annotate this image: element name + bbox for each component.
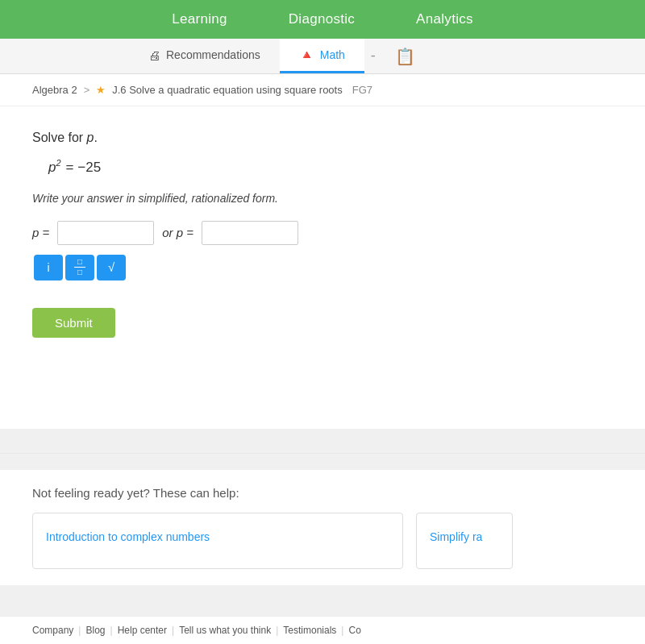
nav-learning[interactable]: Learning: [165, 8, 234, 31]
equation-rest: = −25: [66, 160, 102, 176]
problem-title-var: p: [87, 131, 94, 144]
answer-input-2[interactable]: [202, 221, 298, 245]
problem-title-text: Solve for: [32, 131, 87, 144]
equation-var: p2: [48, 158, 61, 176]
help-cards: Introduction to complex numbers Simplify…: [32, 513, 613, 569]
p-label-1: p =: [32, 226, 49, 239]
help-section: Not feeling ready yet? These can help: I…: [0, 470, 645, 585]
footer-co[interactable]: Co: [348, 625, 360, 636]
nav-diagnostic[interactable]: Diagnostic: [282, 8, 361, 31]
tab-math-label: Math: [320, 48, 345, 61]
footer-company[interactable]: Company: [32, 625, 73, 636]
section-divider: [0, 453, 645, 454]
math-icon: 🔺: [299, 48, 314, 62]
instruction-text: Write your answer in simplified, rationa…: [32, 192, 613, 205]
help-card-1[interactable]: Introduction to complex numbers: [32, 513, 403, 569]
help-title: Not feeling ready yet? These can help:: [32, 486, 613, 500]
submit-button[interactable]: Submit: [32, 308, 115, 338]
sqrt-icon: √: [108, 260, 114, 274]
answer-input-1[interactable]: [57, 221, 154, 245]
recommendations-icon: 🖨: [148, 48, 160, 62]
tab-math[interactable]: 🔺 Math: [280, 39, 364, 73]
breadcrumb: Algebra 2 > ★ J.6 Solve a quadratic equa…: [0, 74, 645, 106]
breadcrumb-root[interactable]: Algebra 2: [32, 84, 77, 96]
help-card-1-link[interactable]: Introduction to complex numbers: [46, 530, 210, 543]
equation-display: p2 = −25: [48, 158, 613, 176]
help-card-2[interactable]: Simplify ra: [416, 513, 513, 569]
imaginary-button[interactable]: i: [34, 255, 63, 280]
footer-help-center[interactable]: Help center: [118, 625, 167, 636]
main-content: Solve for p. p2 = −25 Write your answer …: [0, 106, 645, 429]
p-label-2: or p =: [162, 226, 194, 239]
footer-testimonials[interactable]: Testimonials: [283, 625, 336, 636]
tab-recommendations-label: Recommendations: [166, 48, 260, 61]
tab-extra[interactable]: 📋: [385, 39, 425, 73]
breadcrumb-current: J.6 Solve a quadratic equation using squ…: [112, 84, 342, 96]
tab-bar: 🖨 Recommendations 🔺 Math - 📋: [0, 39, 645, 74]
breadcrumb-code: FG7: [352, 84, 372, 96]
extra-icon: 📋: [395, 47, 415, 66]
sqrt-button[interactable]: √: [97, 255, 126, 280]
top-navigation: Learning Diagnostic Analytics: [0, 0, 645, 39]
problem-title-period: .: [94, 131, 98, 144]
footer-feedback[interactable]: Tell us what you think: [179, 625, 271, 636]
answer-row: p = or p =: [32, 221, 613, 245]
nav-analytics[interactable]: Analytics: [410, 8, 480, 31]
tab-separator: -: [364, 39, 382, 73]
breadcrumb-arrow: >: [84, 84, 90, 96]
tab-recommendations[interactable]: 🖨 Recommendations: [129, 39, 280, 73]
problem-title: Solve for p.: [32, 131, 613, 145]
math-buttons: i □ □ √: [34, 255, 613, 280]
footer: Company | Blog | Help center | Tell us w…: [0, 616, 645, 644]
fraction-button[interactable]: □ □: [65, 255, 94, 280]
fraction-icon: □ □: [74, 258, 85, 276]
footer-blog[interactable]: Blog: [85, 625, 105, 636]
breadcrumb-star: ★: [96, 84, 106, 96]
help-card-2-text[interactable]: Simplify ra: [430, 530, 482, 543]
